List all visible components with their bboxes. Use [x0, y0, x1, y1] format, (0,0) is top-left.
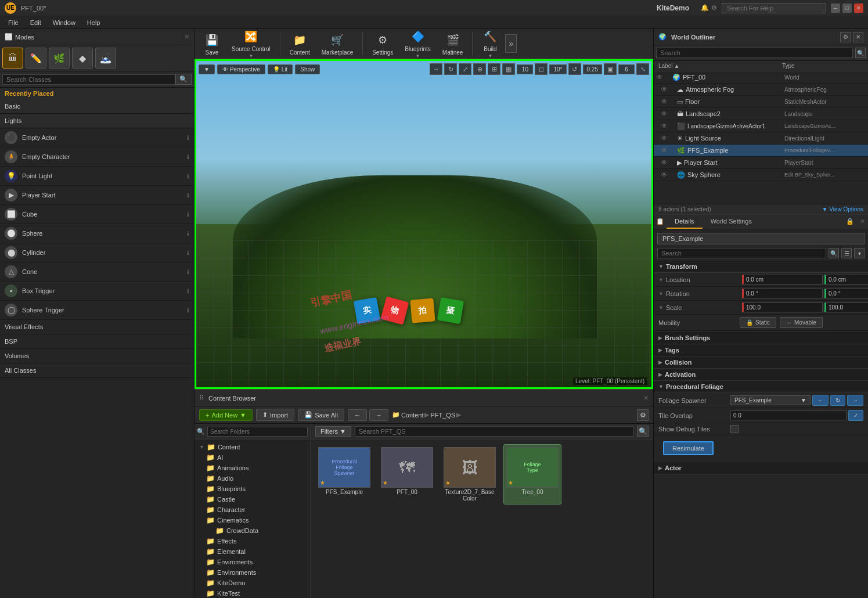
mode-landscape[interactable]: 🗻	[95, 48, 116, 69]
toolbar-blueprints[interactable]: 🔷 Blueprints ▼	[400, 26, 435, 61]
rotation-y-input[interactable]	[824, 289, 868, 298]
actor-item-sphere-trigger[interactable]: ◯ Sphere Trigger ℹ	[0, 301, 194, 320]
asset-pfs-example[interactable]: ProceduralFoliageSpawner ★ PFS_Example	[315, 444, 373, 505]
outliner-row-player-start[interactable]: 👁 ▶ Player Start PlayerStart	[654, 157, 868, 169]
brush-settings-section[interactable]: ▶ Brush Settings	[654, 332, 868, 344]
folder-blueprints[interactable]: 📁 Blueprints	[197, 484, 308, 494]
asset-pft-00[interactable]: 🗺 ★ PFT_00	[378, 444, 436, 505]
actor-item-cube[interactable]: ⬜ Cube ℹ	[0, 205, 194, 224]
rotation-x-input[interactable]	[742, 289, 823, 298]
transform-header[interactable]: ▼ Transform	[654, 261, 868, 273]
category-visual-effects[interactable]: Visual Effects	[0, 320, 194, 334]
asset-search-button[interactable]: 🔍	[637, 426, 649, 437]
category-volumes[interactable]: Volumes	[0, 349, 194, 363]
folder-enviroments[interactable]: 📁 Enviroments	[197, 557, 308, 567]
toolbar-build[interactable]: 🔨 Build ▼	[477, 26, 503, 61]
import-button[interactable]: ⬆ Import	[256, 409, 294, 421]
nav-back-button[interactable]: ←	[348, 409, 367, 421]
actor-item-empty-character[interactable]: 🧍 Empty Character ℹ	[0, 147, 194, 167]
details-panel-close-icon[interactable]: ✕	[857, 215, 868, 229]
outliner-search-button[interactable]: 🔍	[855, 48, 866, 58]
landscape-eye[interactable]: 👁	[661, 110, 677, 118]
floor-eye[interactable]: 👁	[661, 98, 677, 106]
outliner-row-pft00[interactable]: 👁 🌍 PFT_00 World	[654, 71, 868, 84]
actor-item-sphere[interactable]: ⚪ Sphere ℹ	[0, 224, 194, 243]
toolbar-content[interactable]: 📁 Content	[285, 30, 315, 58]
scale-tool[interactable]: ⤢	[459, 63, 471, 75]
category-all-classes[interactable]: All Classes	[0, 363, 194, 378]
actor-item-player-start[interactable]: ▶ Player Start ℹ	[0, 186, 194, 205]
category-bsp[interactable]: BSP	[0, 334, 194, 349]
gizmo-eye[interactable]: 👁	[661, 122, 677, 130]
search-help-input[interactable]	[722, 3, 826, 13]
folder-castle[interactable]: 📁 Castle	[197, 494, 308, 505]
foliage-spawner-refresh[interactable]: ↻	[830, 395, 845, 406]
outliner-row-gizmo[interactable]: 👁 ⬛ LandscapeGizmoActiveActor1 Landscape…	[654, 120, 868, 132]
save-all-button[interactable]: 💾 Save All	[298, 409, 344, 421]
outliner-type-col[interactable]: Type	[782, 63, 863, 69]
details-panel-lock-icon[interactable]: 🔒	[843, 215, 857, 229]
folder-ai[interactable]: 📁 AI	[197, 452, 308, 463]
toolbar-settings[interactable]: ⚙ Settings	[368, 30, 398, 58]
viewport-lit-button[interactable]: 💡 Lit	[268, 64, 293, 74]
folder-content[interactable]: ▼ 📁 Content	[197, 442, 308, 452]
camera-speed-value[interactable]: 6	[618, 64, 635, 74]
maximize-button[interactable]: □	[842, 3, 852, 13]
scale-x-input[interactable]	[742, 302, 823, 312]
pfs-eye[interactable]: 👁	[661, 146, 677, 154]
outliner-row-light[interactable]: 👁 ☀ Light Source DirectionalLight	[654, 132, 868, 145]
tab-details[interactable]: Details	[667, 215, 703, 229]
outliner-label-col[interactable]: Label ▲	[658, 63, 782, 69]
details-filter-btn[interactable]: ▾	[854, 248, 865, 258]
folder-elemental[interactable]: 📁 Elemental	[197, 546, 308, 557]
asset-texture2d[interactable]: 🖼 ★ Texture2D_7_BaseColor	[441, 444, 499, 505]
asset-search-input[interactable]	[355, 426, 633, 437]
rotation-toggle[interactable]: ↺	[568, 63, 581, 75]
mode-geometry[interactable]: ◆	[72, 48, 93, 69]
category-lights[interactable]: Lights	[0, 114, 194, 128]
toolbar-marketplace[interactable]: 🛒 Marketplace	[317, 30, 358, 58]
location-y-input[interactable]	[824, 275, 868, 284]
details-name-input[interactable]	[657, 233, 865, 244]
proc-foliage-header[interactable]: ▼ Procedural Foliage	[654, 381, 868, 393]
folder-character[interactable]: 📁 Character	[197, 505, 308, 515]
viewport-perspective-button[interactable]: 👁 Perspective	[217, 64, 265, 74]
outliner-row-pfs-example[interactable]: 👁 🌿 PFS_Example ProceduralFoliageV...	[654, 145, 868, 157]
minimize-button[interactable]: ─	[831, 3, 840, 13]
folder-kite-test[interactable]: 📁 KiteTest	[197, 588, 308, 598]
filters-button[interactable]: Filters ▼	[315, 426, 351, 437]
sky-eye[interactable]: 👁	[661, 171, 677, 179]
mode-paint[interactable]: ✏️	[26, 48, 46, 69]
asset-tree-00[interactable]: FoliageType ★ Tree_00	[503, 444, 561, 505]
outliner-view-options-button[interactable]: ▼ View Options	[822, 206, 863, 212]
maximize-viewport[interactable]: ⤡	[636, 63, 649, 75]
player-start-eye[interactable]: 👁	[661, 158, 677, 167]
collision-section[interactable]: ▶ Collision	[654, 356, 868, 369]
breadcrumb-pft-qs[interactable]: PFT_QS	[430, 412, 455, 419]
toolbar-matinee[interactable]: 🎬 Matinee	[438, 30, 468, 58]
outliner-row-landscape[interactable]: 👁 🏔 Landscape2 Landscape	[654, 108, 868, 120]
mode-place[interactable]: 🏛	[2, 48, 23, 69]
rotation-snap-value[interactable]: 10°	[549, 64, 566, 74]
tags-section[interactable]: ▶ Tags	[654, 344, 868, 356]
folder-audio[interactable]: 📁 Audio	[197, 473, 308, 484]
mode-foliage[interactable]: 🌿	[49, 48, 70, 69]
static-mobility-btn[interactable]: 🔒 Static	[740, 317, 776, 328]
actor-item-cone[interactable]: △ Cone ℹ	[0, 262, 194, 282]
folder-cinematics[interactable]: 📁 Cinematics	[197, 515, 308, 525]
toolbar-source-control[interactable]: 🔀 Source Control ▼	[227, 26, 275, 61]
tile-overlap-input[interactable]	[730, 410, 847, 420]
tab-world-settings[interactable]: World Settings	[703, 215, 760, 229]
outliner-row-sky[interactable]: 👁 🌐 Sky Sphere Edit BP_Sky_Spher...	[654, 169, 868, 181]
rotate-tool[interactable]: ↻	[444, 63, 457, 75]
actor-item-box-trigger[interactable]: ▪ Box Trigger ℹ	[0, 282, 194, 301]
outliner-close-btn[interactable]: ✕	[853, 32, 863, 42]
surface-snap-tool[interactable]: ⊞	[488, 63, 500, 75]
grid-toggle[interactable]: ◻	[535, 63, 548, 75]
folder-crowddata[interactable]: 📁 CrowdData	[197, 525, 308, 536]
outliner-search-input[interactable]	[656, 48, 853, 58]
viewport-show-button[interactable]: Show	[295, 64, 320, 74]
tile-overlap-btn[interactable]: ✓	[848, 410, 863, 421]
foliage-spawner-select[interactable]: PFS_Example ▼	[730, 395, 811, 405]
category-recently-placed[interactable]: Recently Placed	[0, 88, 194, 99]
